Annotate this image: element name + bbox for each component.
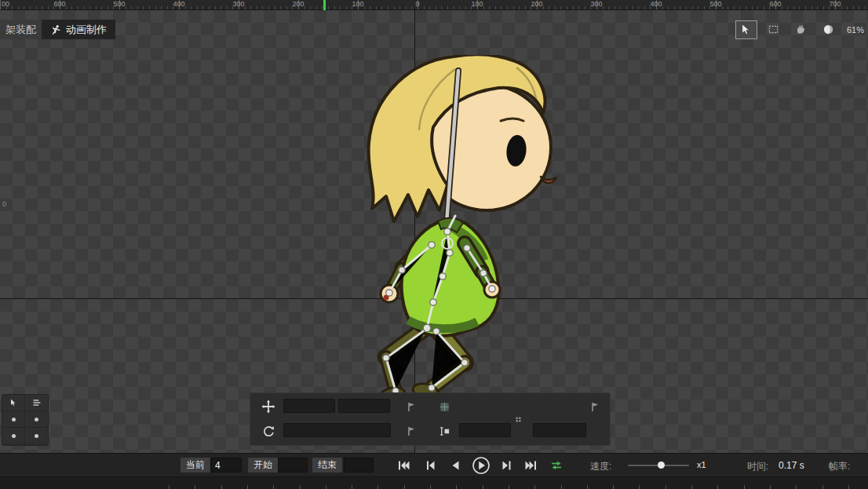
ruler-number: 200 — [531, 0, 542, 9]
speed-label: 速度: — [590, 460, 611, 473]
toggle-dot[interactable] — [2, 411, 25, 428]
transform-panel — [250, 392, 611, 446]
mode-tabs: 架装配 动画制作 — [0, 20, 115, 39]
translate-keyframe-button[interactable] — [403, 398, 420, 415]
arrow-pointer-icon — [740, 24, 752, 35]
ruler-number: 0 — [415, 0, 419, 9]
mouth — [541, 177, 556, 183]
start-frame-label[interactable]: 开始 — [248, 458, 278, 473]
cross-arrows-icon — [261, 400, 275, 414]
ruler-number: 100 — [352, 0, 363, 9]
track-toggle-panel — [2, 394, 49, 446]
select-tool-button[interactable] — [735, 20, 757, 39]
ruler-number: 500 — [113, 0, 125, 9]
extra-field-a[interactable] — [459, 423, 511, 437]
ruler-number: 00 — [2, 0, 9, 9]
translate-y-field[interactable] — [338, 399, 390, 413]
speed-slider-knob[interactable] — [658, 462, 665, 469]
move-tool-button[interactable] — [260, 398, 277, 415]
select-column-header[interactable] — [2, 395, 25, 411]
animation-app-window: 0060050040030020010001002003004005006007… — [0, 0, 868, 489]
ruler-number: 100 — [471, 0, 483, 9]
rotation-keyframe-button[interactable] — [403, 422, 420, 440]
flag-icon — [406, 425, 417, 436]
flag-icon — [589, 401, 600, 412]
sphere-icon — [822, 24, 834, 35]
ruler-number: 500 — [709, 0, 721, 9]
prev-frame-button[interactable] — [424, 459, 436, 472]
panel-drag-handle[interactable] — [511, 412, 525, 426]
ruler-number: 400 — [650, 0, 662, 9]
toggle-dot[interactable] — [2, 428, 25, 444]
flag-icon — [406, 401, 417, 412]
i-beam-block-icon — [439, 425, 450, 437]
first-frame-button[interactable] — [397, 459, 410, 472]
running-person-icon — [50, 24, 61, 35]
track-list-icon — [32, 398, 42, 407]
stage-canvas[interactable] — [0, 10, 868, 453]
tab-rig[interactable]: 架装配 — [0, 20, 42, 39]
grid-toggle-button[interactable] — [436, 398, 453, 415]
next-frame-button[interactable] — [501, 459, 513, 472]
grid-square-icon — [439, 401, 450, 413]
next-frame-icon — [501, 459, 513, 472]
tab-rig-label: 架装配 — [5, 23, 36, 37]
fps-label: 帧率: — [829, 460, 850, 473]
circular-arrow-icon — [262, 425, 275, 438]
ruler-number: 300 — [232, 0, 244, 9]
first-frame-icon — [397, 459, 410, 472]
insert-keyframe-button[interactable] — [436, 422, 453, 440]
hand-icon — [795, 24, 807, 35]
time-label: 时间: — [747, 460, 768, 473]
end-frame-input[interactable] — [344, 458, 374, 473]
play-backward-icon — [449, 459, 461, 472]
play-icon — [472, 456, 491, 475]
prev-frame-icon — [424, 459, 436, 472]
tab-animation[interactable]: 动画制作 — [42, 20, 115, 39]
timeline-strip[interactable] — [0, 476, 868, 489]
start-frame-input[interactable] — [278, 458, 308, 473]
character-artwork[interactable] — [337, 55, 573, 408]
ruler-number: 600 — [53, 0, 65, 9]
play-backward-button[interactable] — [449, 459, 461, 472]
panel-keyframe-button[interactable] — [586, 398, 604, 415]
head — [369, 55, 556, 221]
rotate-tool-button[interactable] — [260, 422, 277, 440]
view-sphere-button[interactable] — [818, 20, 840, 39]
small-pointer-icon — [9, 398, 18, 407]
ruler-number: 300 — [590, 0, 602, 9]
view-toolbar: 61% — [735, 20, 864, 39]
zoom-percent: 61% — [845, 25, 864, 35]
four-dots-icon — [514, 415, 523, 424]
track-list-header[interactable] — [25, 395, 48, 411]
ruler-number: 400 — [173, 0, 184, 9]
playhead-marker[interactable] — [323, 0, 326, 10]
toggle-dot[interactable] — [25, 428, 48, 444]
time-value: 0.17 s — [779, 460, 804, 471]
toggle-dot[interactable] — [25, 411, 48, 428]
speed-value: x1 — [697, 460, 706, 469]
tab-animation-label: 动画制作 — [66, 23, 107, 37]
marquee-tool-button[interactable] — [763, 20, 785, 39]
ruler-number: 600 — [769, 0, 781, 9]
extra-field-b[interactable] — [533, 423, 586, 437]
current-frame-label[interactable]: 当前 — [181, 458, 210, 473]
pan-tool-button[interactable] — [790, 20, 812, 39]
play-button[interactable] — [472, 456, 491, 475]
ruler-number: 200 — [292, 0, 304, 9]
end-frame-label[interactable]: 结束 — [312, 458, 342, 473]
translate-x-field[interactable] — [283, 399, 335, 413]
loop-icon — [549, 459, 563, 472]
last-frame-icon — [524, 459, 538, 472]
current-frame-input[interactable] — [210, 458, 242, 473]
ruler-horizontal: 0060050040030020010001002003004005006007… — [0, 0, 868, 10]
playback-control-bar: 当前 开始 结束 — [0, 453, 868, 476]
ruler-left-label: 0 — [2, 200, 6, 208]
ruler-number: 700 — [829, 0, 841, 9]
last-frame-button[interactable] — [524, 459, 538, 472]
rotation-field[interactable] — [283, 423, 391, 437]
marquee-icon — [768, 24, 779, 35]
loop-toggle-button[interactable] — [549, 459, 563, 472]
